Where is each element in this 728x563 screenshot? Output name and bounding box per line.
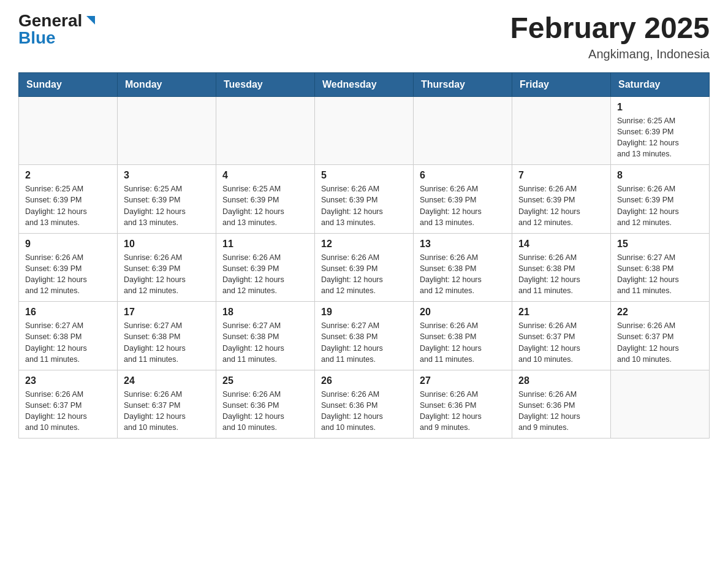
- day-number: 17: [124, 307, 210, 318]
- day-of-week-monday: Monday: [118, 72, 216, 96]
- day-number: 22: [617, 307, 703, 318]
- page-header: General Blue February 2025 Angkimang, In…: [18, 12, 710, 61]
- day-number: 10: [124, 239, 210, 250]
- logo: General Blue: [18, 12, 97, 47]
- day-number: 24: [124, 375, 210, 386]
- calendar-day: 16Sunrise: 6:27 AM Sunset: 6:38 PM Dayli…: [19, 302, 118, 370]
- calendar-day: [611, 370, 710, 439]
- calendar-day: 11Sunrise: 6:26 AM Sunset: 6:39 PM Dayli…: [216, 233, 315, 302]
- day-info: Sunrise: 6:26 AM Sunset: 6:37 PM Dayligh…: [25, 389, 111, 434]
- calendar-day: 7Sunrise: 6:26 AM Sunset: 6:39 PM Daylig…: [512, 165, 611, 234]
- day-number: 11: [222, 239, 308, 250]
- day-info: Sunrise: 6:25 AM Sunset: 6:39 PM Dayligh…: [617, 115, 703, 160]
- calendar-day: 6Sunrise: 6:26 AM Sunset: 6:39 PM Daylig…: [414, 165, 512, 234]
- day-info: Sunrise: 6:25 AM Sunset: 6:39 PM Dayligh…: [25, 183, 111, 228]
- day-info: Sunrise: 6:25 AM Sunset: 6:39 PM Dayligh…: [222, 183, 308, 228]
- day-info: Sunrise: 6:26 AM Sunset: 6:37 PM Dayligh…: [124, 389, 210, 434]
- calendar-week-5: 23Sunrise: 6:26 AM Sunset: 6:37 PM Dayli…: [19, 370, 710, 439]
- day-info: Sunrise: 6:26 AM Sunset: 6:39 PM Dayligh…: [124, 252, 210, 297]
- calendar-day: 19Sunrise: 6:27 AM Sunset: 6:38 PM Dayli…: [315, 302, 414, 370]
- day-number: 4: [222, 170, 308, 181]
- day-info: Sunrise: 6:26 AM Sunset: 6:39 PM Dayligh…: [222, 252, 308, 297]
- day-number: 23: [25, 375, 111, 386]
- calendar-day: 23Sunrise: 6:26 AM Sunset: 6:37 PM Dayli…: [19, 370, 118, 439]
- day-info: Sunrise: 6:27 AM Sunset: 6:38 PM Dayligh…: [617, 252, 703, 297]
- calendar-day: [414, 96, 512, 165]
- calendar-day: 13Sunrise: 6:26 AM Sunset: 6:38 PM Dayli…: [414, 233, 512, 302]
- calendar-table: SundayMondayTuesdayWednesdayThursdayFrid…: [18, 72, 710, 439]
- calendar-day: [19, 96, 118, 165]
- day-of-week-tuesday: Tuesday: [216, 72, 315, 96]
- calendar-header: SundayMondayTuesdayWednesdayThursdayFrid…: [19, 72, 710, 96]
- day-info: Sunrise: 6:26 AM Sunset: 6:39 PM Dayligh…: [321, 252, 407, 297]
- calendar-day: 1Sunrise: 6:25 AM Sunset: 6:39 PM Daylig…: [611, 96, 710, 165]
- calendar-day: 12Sunrise: 6:26 AM Sunset: 6:39 PM Dayli…: [315, 233, 414, 302]
- day-number: 27: [420, 375, 506, 386]
- calendar-day: 8Sunrise: 6:26 AM Sunset: 6:39 PM Daylig…: [611, 165, 710, 234]
- day-info: Sunrise: 6:26 AM Sunset: 6:38 PM Dayligh…: [420, 320, 506, 365]
- day-number: 3: [124, 170, 210, 181]
- day-info: Sunrise: 6:26 AM Sunset: 6:37 PM Dayligh…: [617, 320, 703, 365]
- logo-blue-text: Blue: [18, 29, 56, 47]
- calendar-day: 25Sunrise: 6:26 AM Sunset: 6:36 PM Dayli…: [216, 370, 315, 439]
- day-number: 25: [222, 375, 308, 386]
- calendar-day: 5Sunrise: 6:26 AM Sunset: 6:39 PM Daylig…: [315, 165, 414, 234]
- day-of-week-friday: Friday: [512, 72, 611, 96]
- calendar-day: [118, 96, 216, 165]
- calendar-day: [315, 96, 414, 165]
- day-info: Sunrise: 6:26 AM Sunset: 6:39 PM Dayligh…: [518, 183, 604, 228]
- calendar-week-1: 1Sunrise: 6:25 AM Sunset: 6:39 PM Daylig…: [19, 96, 710, 165]
- calendar-day: 27Sunrise: 6:26 AM Sunset: 6:36 PM Dayli…: [414, 370, 512, 439]
- day-number: 2: [25, 170, 111, 181]
- day-of-week-wednesday: Wednesday: [315, 72, 414, 96]
- calendar-week-4: 16Sunrise: 6:27 AM Sunset: 6:38 PM Dayli…: [19, 302, 710, 370]
- day-info: Sunrise: 6:26 AM Sunset: 6:36 PM Dayligh…: [222, 389, 308, 434]
- day-info: Sunrise: 6:27 AM Sunset: 6:38 PM Dayligh…: [124, 320, 210, 365]
- calendar-day: 22Sunrise: 6:26 AM Sunset: 6:37 PM Dayli…: [611, 302, 710, 370]
- calendar-day: 3Sunrise: 6:25 AM Sunset: 6:39 PM Daylig…: [118, 165, 216, 234]
- day-number: 7: [518, 170, 604, 181]
- day-number: 21: [518, 307, 604, 318]
- day-info: Sunrise: 6:26 AM Sunset: 6:39 PM Dayligh…: [617, 183, 703, 228]
- logo-triangle-icon: [84, 13, 97, 27]
- day-number: 8: [617, 170, 703, 181]
- day-info: Sunrise: 6:26 AM Sunset: 6:39 PM Dayligh…: [321, 183, 407, 228]
- calendar-day: 28Sunrise: 6:26 AM Sunset: 6:36 PM Dayli…: [512, 370, 611, 439]
- calendar-day: 2Sunrise: 6:25 AM Sunset: 6:39 PM Daylig…: [19, 165, 118, 234]
- day-number: 19: [321, 307, 407, 318]
- day-info: Sunrise: 6:27 AM Sunset: 6:38 PM Dayligh…: [25, 320, 111, 365]
- day-number: 12: [321, 239, 407, 250]
- day-info: Sunrise: 6:26 AM Sunset: 6:36 PM Dayligh…: [321, 389, 407, 434]
- day-info: Sunrise: 6:25 AM Sunset: 6:39 PM Dayligh…: [124, 183, 210, 228]
- day-number: 18: [222, 307, 308, 318]
- day-info: Sunrise: 6:26 AM Sunset: 6:37 PM Dayligh…: [518, 320, 604, 365]
- calendar-day: [216, 96, 315, 165]
- calendar-body: 1Sunrise: 6:25 AM Sunset: 6:39 PM Daylig…: [19, 96, 710, 439]
- day-number: 1: [617, 102, 703, 113]
- day-of-week-sunday: Sunday: [19, 72, 118, 96]
- day-info: Sunrise: 6:27 AM Sunset: 6:38 PM Dayligh…: [321, 320, 407, 365]
- day-info: Sunrise: 6:26 AM Sunset: 6:38 PM Dayligh…: [420, 252, 506, 297]
- day-info: Sunrise: 6:26 AM Sunset: 6:36 PM Dayligh…: [518, 389, 604, 434]
- day-info: Sunrise: 6:26 AM Sunset: 6:38 PM Dayligh…: [518, 252, 604, 297]
- calendar-subtitle: Angkimang, Indonesia: [510, 47, 710, 61]
- calendar-day: 20Sunrise: 6:26 AM Sunset: 6:38 PM Dayli…: [414, 302, 512, 370]
- calendar-day: 14Sunrise: 6:26 AM Sunset: 6:38 PM Dayli…: [512, 233, 611, 302]
- day-number: 28: [518, 375, 604, 386]
- day-info: Sunrise: 6:26 AM Sunset: 6:36 PM Dayligh…: [420, 389, 506, 434]
- day-number: 9: [25, 239, 111, 250]
- day-number: 14: [518, 239, 604, 250]
- calendar-week-2: 2Sunrise: 6:25 AM Sunset: 6:39 PM Daylig…: [19, 165, 710, 234]
- calendar-title: February 2025: [510, 12, 710, 45]
- calendar-day: 17Sunrise: 6:27 AM Sunset: 6:38 PM Dayli…: [118, 302, 216, 370]
- day-number: 5: [321, 170, 407, 181]
- calendar-day: 9Sunrise: 6:26 AM Sunset: 6:39 PM Daylig…: [19, 233, 118, 302]
- calendar-day: 24Sunrise: 6:26 AM Sunset: 6:37 PM Dayli…: [118, 370, 216, 439]
- day-of-week-saturday: Saturday: [611, 72, 710, 96]
- calendar-day: 10Sunrise: 6:26 AM Sunset: 6:39 PM Dayli…: [118, 233, 216, 302]
- calendar-day: 4Sunrise: 6:25 AM Sunset: 6:39 PM Daylig…: [216, 165, 315, 234]
- day-of-week-thursday: Thursday: [414, 72, 512, 96]
- logo-general-text: General: [18, 12, 82, 29]
- day-number: 16: [25, 307, 111, 318]
- calendar-day: [512, 96, 611, 165]
